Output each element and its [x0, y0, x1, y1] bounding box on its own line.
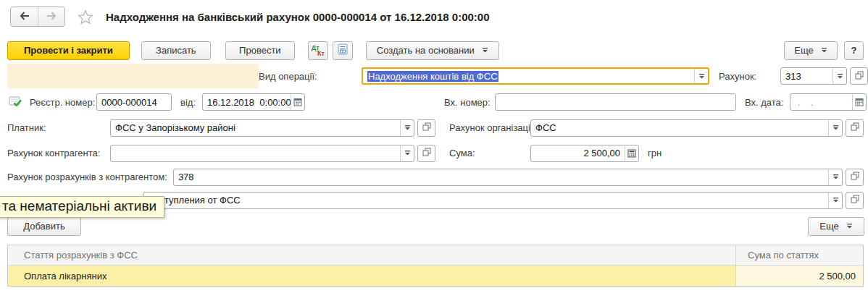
- chevron-down-icon: [482, 48, 488, 53]
- operation-value: Надходження коштів від ФСС: [363, 71, 694, 82]
- reg-number-value: 0000-000014: [97, 97, 171, 108]
- payer-value: ФСС у Запорізькому районі: [111, 122, 400, 133]
- write-button[interactable]: Записать: [141, 41, 211, 60]
- table-more-label: Еще: [819, 221, 838, 232]
- amount-label: Сума:: [449, 148, 530, 158]
- highlight-strip: [7, 64, 259, 88]
- doc-date-input[interactable]: 16.12.2018 0:00:00: [202, 93, 305, 111]
- more-button[interactable]: Еще: [784, 41, 838, 60]
- org-account-select[interactable]: ФСС: [530, 119, 843, 137]
- chevron-down-icon: [821, 48, 827, 53]
- account-select[interactable]: 313: [780, 67, 847, 85]
- column-header-item[interactable]: Стаття розрахунків з ФСС: [8, 245, 736, 265]
- settlement-account-select[interactable]: 378: [173, 169, 843, 186]
- document-icon: [338, 43, 348, 57]
- dropdown-arrow-icon[interactable]: [400, 120, 414, 136]
- org-account-label: Рахунок організації:: [449, 122, 530, 133]
- column-header-amount[interactable]: Сума по статтях: [736, 245, 863, 265]
- calendar-icon[interactable]: [852, 94, 866, 110]
- open-icon: [422, 148, 431, 158]
- dropdown-arrow-icon[interactable]: [694, 69, 708, 83]
- chevron-down-icon: [846, 224, 853, 229]
- account-open-button[interactable]: [850, 67, 868, 85]
- dropdown-arrow-icon[interactable]: [828, 120, 842, 136]
- in-date-value: . .: [790, 97, 852, 108]
- help-button[interactable]: ?: [844, 41, 864, 60]
- contractor-account-open-button[interactable]: [417, 145, 435, 162]
- settlement-account-label: Рахунок розрахунків з контрагентом:: [7, 172, 167, 182]
- table-more-wrap: Еще: [808, 217, 864, 236]
- calendar-icon[interactable]: [291, 94, 304, 110]
- dropdown-arrow-icon[interactable]: [828, 169, 842, 185]
- currency-label: грн: [648, 148, 662, 158]
- nav-buttons: [10, 7, 65, 27]
- contractor-amount-row: Рахунок контрагента: Сума: 2 500,00 грн: [0, 141, 868, 165]
- settlement-account-open-button[interactable]: [846, 169, 864, 186]
- dtkt-icon: ДтКт: [312, 45, 325, 56]
- toolbar-right: Еще ?: [784, 41, 864, 60]
- header: Надходження на банківський рахунок 0000-…: [10, 4, 861, 29]
- page-title: Надходження на банківський рахунок 0000-…: [106, 11, 490, 23]
- payer-open-button[interactable]: [417, 119, 435, 137]
- cell-amount[interactable]: 2 500,00: [736, 266, 863, 286]
- in-date-label: Вх. дата:: [745, 97, 790, 108]
- contractor-account-select[interactable]: [110, 145, 414, 162]
- add-row-button[interactable]: Добавить: [7, 217, 81, 236]
- reg-number-input[interactable]: 0000-000014: [96, 93, 172, 111]
- settlement-account-row: Рахунок розрахунків з контрагентом: 378: [0, 166, 868, 188]
- operation-row: Вид операції: Надходження коштів від ФСС…: [0, 64, 868, 88]
- tooltip: та нематеріальні активи: [0, 196, 164, 218]
- org-account-open-button[interactable]: [846, 119, 864, 137]
- in-number-label: Вх. номер:: [444, 97, 495, 108]
- open-icon: [855, 71, 864, 82]
- open-icon: [851, 122, 859, 133]
- doc-date-label: від:: [180, 97, 202, 108]
- table-row[interactable]: Оплата лікарняних 2 500,00: [8, 266, 863, 286]
- table-header: Стаття розрахунків з ФСС Сума по статтях: [8, 245, 863, 266]
- in-number-input[interactable]: [495, 93, 736, 111]
- amount-input[interactable]: 2 500,00: [530, 145, 639, 162]
- operation-select[interactable]: Надходження коштів від ФСС: [362, 67, 709, 85]
- cashflow-item-value: Поступления от ФСС: [143, 195, 828, 206]
- account-label: Рахунок:: [719, 71, 780, 82]
- dropdown-arrow-icon[interactable]: [832, 68, 846, 84]
- more-label: Еще: [794, 45, 813, 56]
- arrow-left-icon: [20, 12, 30, 22]
- items-table: Стаття розрахунків з ФСС Сума по статтях…: [7, 245, 864, 287]
- open-icon: [422, 122, 431, 133]
- toolbar: Провести і закрити Записать Провести ДтК…: [7, 41, 864, 60]
- payer-label: Платник:: [7, 122, 110, 133]
- number-date-row: Реєстр. номер: 0000-000014 від: 16.12.20…: [0, 90, 868, 114]
- cell-item[interactable]: Оплата лікарняних: [8, 266, 736, 286]
- open-icon: [851, 172, 859, 182]
- document-register-button[interactable]: [333, 41, 353, 60]
- dtkt-register-button[interactable]: ДтКт: [308, 41, 328, 60]
- amount-value: 2 500,00: [531, 148, 625, 158]
- forward-button[interactable]: [38, 7, 64, 26]
- cashflow-item-open-button[interactable]: [846, 192, 864, 209]
- favorite-star-icon[interactable]: [78, 9, 93, 25]
- settlement-account-value: 378: [174, 172, 828, 182]
- dropdown-arrow-icon[interactable]: [400, 145, 414, 161]
- doc-date-value: 16.12.2018 0:00:00: [203, 97, 291, 108]
- arrow-right-icon: [46, 12, 57, 22]
- payer-select[interactable]: ФСС у Запорізькому районі: [110, 119, 414, 137]
- post-button[interactable]: Провести: [225, 41, 295, 60]
- create-based-on-button[interactable]: Создать на основании: [366, 41, 499, 60]
- create-based-on-label: Создать на основании: [377, 45, 475, 56]
- post-and-close-button[interactable]: Провести і закрити: [7, 41, 130, 60]
- open-icon: [851, 195, 859, 206]
- table-more-button[interactable]: Еще: [808, 217, 864, 236]
- reg-number-label: Реєстр. номер:: [30, 97, 96, 108]
- dropdown-arrow-icon[interactable]: [828, 193, 842, 208]
- calculator-icon[interactable]: [625, 145, 638, 161]
- org-account-value: ФСС: [531, 122, 828, 133]
- posted-status-icon: [9, 96, 22, 108]
- payer-row: Платник: ФСС у Запорізькому районі Рахун…: [0, 116, 868, 140]
- in-date-input[interactable]: . .: [790, 93, 867, 111]
- operation-label: Вид операції:: [259, 71, 362, 82]
- account-value: 313: [781, 71, 832, 82]
- table-command-row: Добавить Еще: [0, 216, 868, 236]
- cashflow-item-select[interactable]: Поступления от ФСС: [143, 192, 843, 209]
- back-button[interactable]: [11, 7, 38, 26]
